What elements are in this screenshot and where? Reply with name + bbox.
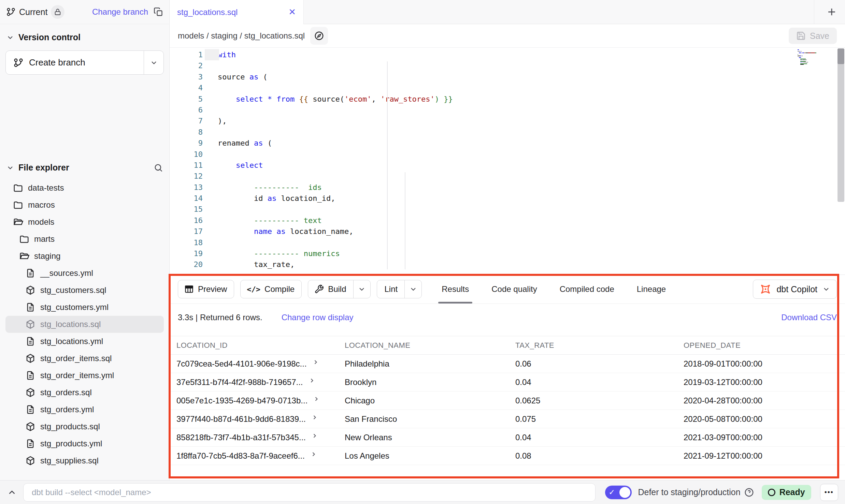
code-line-19[interactable]: 19 ---------- numerics — [170, 248, 845, 259]
file-tree-item-stg-orders-sql[interactable]: stg_orders.sql — [5, 384, 164, 401]
breadcrumb: models / staging / stg_locations.sql — [178, 31, 305, 41]
file-tree-item-stg-products-sql[interactable]: stg_products.sql — [5, 418, 164, 435]
file-tree-item-stg-locations-sql[interactable]: stg_locations.sql — [5, 316, 164, 333]
panel-tab-compiled-code[interactable]: Compiled code — [560, 275, 614, 303]
help-circle-icon[interactable] — [744, 487, 754, 498]
code-line-11[interactable]: 11 select — [170, 160, 845, 171]
command-input[interactable]: dbt build --select <model_name> — [23, 483, 596, 502]
file-explorer-title: File explorer — [18, 163, 69, 173]
code-line-20[interactable]: 20 tax_rate, — [170, 259, 845, 270]
tab-stg-locations[interactable]: stg_locations.sql ✕ — [170, 0, 304, 24]
lint-button[interactable]: Lint — [377, 280, 422, 298]
code-line-5[interactable]: 5 select * from {{ source('ecom', 'raw_s… — [170, 94, 845, 105]
chevron-up-icon[interactable] — [7, 487, 17, 498]
download-csv-link[interactable]: Download CSV — [781, 313, 837, 322]
create-branch-main[interactable]: Create branch — [6, 51, 144, 74]
code-line-4[interactable]: 4 — [170, 83, 845, 93]
panel-tab-lineage[interactable]: Lineage — [637, 275, 666, 303]
code-editor[interactable]: 1with23source as (45 select * from {{ so… — [170, 48, 845, 275]
save-button[interactable]: Save — [789, 28, 837, 44]
scrollbar-thumb[interactable] — [837, 48, 844, 64]
model-icon — [25, 456, 35, 466]
code-line-1[interactable]: 1with — [170, 49, 845, 60]
new-tab-button[interactable] — [826, 0, 837, 24]
code-line-6[interactable]: 6 — [170, 105, 845, 116]
code-line-16[interactable]: 16 ---------- text — [170, 215, 845, 226]
file-label: models — [28, 217, 54, 227]
build-dropdown[interactable] — [353, 280, 370, 298]
plus-icon — [826, 6, 837, 18]
code-line-12[interactable]: 12 — [170, 171, 845, 182]
close-icon[interactable]: ✕ — [288, 7, 296, 17]
change-row-display-link[interactable]: Change row display — [282, 313, 354, 322]
file-tree-item-stg-orders-yml[interactable]: stg_orders.yml — [5, 401, 164, 418]
version-control-title: Version control — [18, 32, 81, 42]
lineage-compass-button[interactable] — [310, 27, 328, 45]
chevron-right-icon[interactable] — [309, 377, 315, 384]
table-row[interactable]: 7c079cea-5ed4-4101-906e-9198c...Philadel… — [170, 355, 845, 373]
preview-button[interactable]: Preview — [178, 280, 234, 298]
panel-tab-results[interactable]: Results — [442, 275, 469, 303]
copy-icon[interactable] — [154, 7, 163, 17]
file-tree-item-macros[interactable]: macros — [5, 196, 164, 213]
build-button[interactable]: Build — [308, 280, 370, 298]
file-tree-item-marts[interactable]: marts — [5, 231, 164, 248]
build-label: Build — [324, 284, 353, 294]
file-tree-item-stg-customers-yml[interactable]: stg_customers.yml — [5, 299, 164, 316]
code-line-18[interactable]: 18 — [170, 237, 845, 248]
code-line-3[interactable]: 3source as ( — [170, 72, 845, 83]
line-number: 11 — [170, 160, 208, 171]
table-row[interactable]: 1f8ffa70-7cb5-4d83-8a7f-9aceef6...Los An… — [170, 447, 845, 465]
results-table: LOCATION_IDLOCATION_NAMETAX_RATEOPENED_D… — [170, 336, 845, 465]
file-tree-item-stg-products-yml[interactable]: stg_products.yml — [5, 435, 164, 452]
code-text: renamed as ( — [208, 138, 272, 149]
dbt-copilot-button[interactable]: dbt Copilot — [753, 280, 837, 299]
version-control-header[interactable]: Version control — [0, 24, 169, 46]
lint-dropdown[interactable] — [404, 280, 421, 298]
file-tree-item-stg-supplies-sql[interactable]: stg_supplies.sql — [5, 452, 164, 469]
file-tree-item-stg-locations-yml[interactable]: stg_locations.yml — [5, 333, 164, 350]
file-tree-item-models[interactable]: models — [5, 213, 164, 231]
chevron-right-icon[interactable] — [311, 414, 318, 421]
code-line-14[interactable]: 14 id as location_id, — [170, 193, 845, 204]
file-explorer-header[interactable]: File explorer — [0, 159, 169, 176]
command-placeholder: dbt build --select <model_name> — [32, 488, 151, 497]
create-branch-dropdown[interactable] — [144, 51, 163, 74]
chevron-right-icon[interactable] — [311, 432, 318, 439]
minimap[interactable] — [798, 49, 828, 65]
file-tree-item-stg-order-items-yml[interactable]: stg_order_items.yml — [5, 367, 164, 384]
editor-scrollbar[interactable] — [837, 48, 844, 202]
code-line-8[interactable]: 8 — [170, 127, 845, 138]
code-line-13[interactable]: 13 ---------- ids — [170, 182, 845, 193]
table-row[interactable]: 3977f440-b87d-461b-9dd6-81839...San Fran… — [170, 410, 845, 428]
compile-button[interactable]: </> Compile — [240, 280, 302, 298]
column-header-location_id: LOCATION_ID — [176, 341, 345, 350]
file-tree-item--sources-yml[interactable]: __sources.yml — [5, 265, 164, 282]
change-branch-link[interactable]: Change branch — [92, 7, 148, 17]
code-line-2[interactable]: 2 — [170, 60, 845, 71]
table-row[interactable]: 005e7e1c-1935-4269-b479-0713b...Chicago0… — [170, 391, 845, 410]
create-branch-button[interactable]: Create branch — [5, 50, 164, 75]
chevron-right-icon[interactable] — [313, 396, 320, 402]
code-line-15[interactable]: 15 — [170, 204, 845, 215]
defer-toggle[interactable]: ✓ — [605, 486, 632, 499]
code-line-10[interactable]: 10 — [170, 149, 845, 160]
code-line-7[interactable]: 7), — [170, 116, 845, 127]
tab-title: stg_locations.sql — [177, 8, 284, 17]
model-icon — [25, 353, 35, 364]
doc-icon — [25, 336, 35, 346]
file-tree-item-stg-order-items-sql[interactable]: stg_order_items.sql — [5, 350, 164, 367]
table-row[interactable]: 858218fb-73f7-4b1b-a31f-57b345...New Orl… — [170, 428, 845, 447]
panel-tab-code-quality[interactable]: Code quality — [491, 275, 537, 303]
chevron-right-icon[interactable] — [312, 359, 319, 366]
chevron-right-icon[interactable] — [310, 451, 317, 458]
search-icon[interactable] — [154, 163, 163, 173]
code-line-9[interactable]: 9renamed as ( — [170, 138, 845, 149]
code-line-17[interactable]: 17 name as location_name, — [170, 226, 845, 237]
file-tree-item-stg-customers-sql[interactable]: stg_customers.sql — [5, 282, 164, 299]
file-tree-item-staging[interactable]: staging — [5, 248, 164, 265]
table-cell: Chicago — [345, 396, 515, 405]
file-tree-item-data-tests[interactable]: data-tests — [5, 179, 164, 196]
table-row[interactable]: 37e5f311-b7f4-4f2f-988b-719657...Brookly… — [170, 373, 845, 391]
more-options-button[interactable]: ••• — [820, 484, 838, 501]
